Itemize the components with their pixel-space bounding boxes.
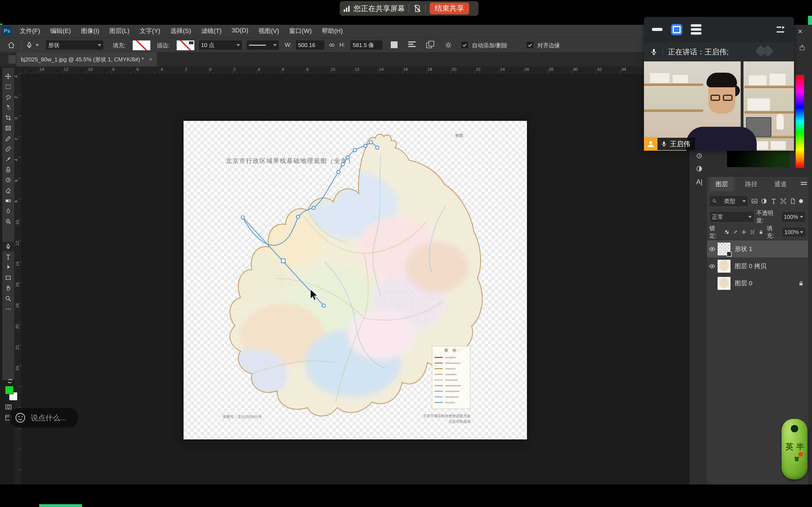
path-arrangement-button[interactable] (426, 41, 434, 48)
height-input[interactable]: 581.5 像 (350, 40, 383, 50)
blend-mode-dropdown[interactable]: 正常 (709, 211, 754, 223)
blur-tool[interactable] (2, 206, 14, 216)
layer-thumbnail[interactable] (717, 242, 731, 256)
gradient-tool[interactable] (2, 196, 14, 206)
crop-tool[interactable] (2, 113, 14, 122)
link-dimensions-icon[interactable] (328, 41, 336, 49)
menu-item-8[interactable]: 视图(V) (259, 27, 279, 35)
video-view-button[interactable] (671, 24, 682, 35)
foreground-color-swatch[interactable] (5, 386, 13, 394)
home-icon[interactable] (7, 41, 15, 49)
close-icon[interactable]: × (149, 56, 153, 63)
artboard[interactable]: 北京市行政区域界线基础地理底图（全市） 附图 图 例 审图号：京S(2025)0… (184, 121, 527, 439)
menu-item-2[interactable]: 图像(I) (81, 27, 99, 35)
menu-item-6[interactable]: 滤镜(T) (201, 27, 221, 35)
gear-icon[interactable] (444, 41, 452, 49)
width-input[interactable]: 500.16 (296, 40, 325, 50)
collapse-panel-icon[interactable] (775, 24, 786, 35)
layer-filter-dropdown[interactable]: 类型 (709, 195, 748, 207)
emoji-icon[interactable] (14, 412, 26, 424)
ps-close-button[interactable]: × (798, 27, 802, 36)
pen-tool[interactable] (2, 242, 14, 251)
hand-tool[interactable] (2, 283, 14, 293)
filter-toggle-icon[interactable] (799, 199, 803, 203)
eye-icon[interactable] (709, 245, 716, 252)
panel-menu-icon[interactable] (801, 182, 807, 186)
eye-icon[interactable] (709, 263, 716, 270)
pen-tool-icon[interactable] (26, 41, 33, 49)
adjustments-panel-icon[interactable] (696, 165, 703, 172)
annotation-off-icon[interactable] (413, 4, 421, 13)
chat-input[interactable]: 说点什么... (9, 408, 79, 428)
end-share-button[interactable]: 结束共享 (430, 3, 469, 14)
photoshop-logo[interactable]: Ps (2, 26, 12, 36)
brush-tool[interactable] (2, 154, 14, 164)
more-tools[interactable] (2, 304, 14, 314)
hue-slider[interactable] (796, 75, 804, 168)
filter-type-icon[interactable] (770, 198, 777, 205)
swap-colors-icon[interactable] (7, 378, 14, 385)
filter-smartobject-icon[interactable] (790, 198, 796, 205)
translator-widget[interactable]: 英 半 (781, 419, 808, 480)
path-operations-button[interactable] (391, 41, 398, 48)
layer-row[interactable]: 图层 0 (707, 275, 808, 292)
clone-stamp-tool[interactable] (2, 165, 14, 174)
history-panel-icon[interactable] (696, 152, 703, 159)
path-alignment-button[interactable] (408, 41, 416, 48)
filter-adjustment-icon[interactable] (761, 198, 767, 205)
stroke-style-dropdown[interactable] (246, 40, 279, 50)
lock-artboard-icon[interactable] (750, 229, 755, 235)
share-export-icon[interactable] (799, 44, 806, 51)
align-edges-checkbox[interactable] (526, 41, 534, 49)
marquee-tool[interactable] (2, 82, 14, 92)
fill-swatch[interactable] (133, 40, 151, 50)
panel-tab-图层[interactable]: 图层 (710, 177, 733, 191)
layer-thumbnail[interactable] (717, 260, 731, 273)
dodge-tool[interactable] (2, 217, 14, 226)
minimize-button[interactable] (652, 28, 663, 31)
lock-transparency-icon[interactable] (724, 229, 729, 235)
menu-item-5[interactable]: 选择(S) (170, 27, 191, 35)
move-tool[interactable] (2, 71, 14, 81)
zoom-tool[interactable] (2, 294, 14, 303)
opacity-value[interactable]: 100% (781, 211, 806, 223)
eraser-tool[interactable] (2, 186, 14, 195)
stroke-width-dropdown[interactable]: 10 点 (199, 40, 243, 50)
stroke-swatch[interactable] (176, 40, 195, 50)
layer-row[interactable]: 形状 1 (707, 240, 808, 258)
lock-pixels-icon[interactable] (733, 229, 738, 235)
menu-item-4[interactable]: 文字(Y) (140, 27, 160, 35)
menu-item-0[interactable]: 文件(F) (20, 27, 40, 35)
chevron-down-icon[interactable] (36, 44, 39, 46)
document-tab[interactable]: bj2025_80w_1.jpg @ 45.5% (形状 1, CMYK/8#)… (16, 52, 157, 66)
fill-value[interactable]: 100% (782, 227, 806, 237)
auto-add-delete-checkbox[interactable] (461, 41, 469, 49)
menu-item-10[interactable]: 帮助(H) (322, 27, 343, 35)
healing-tool[interactable] (2, 144, 14, 154)
menu-item-7[interactable]: 3D(D) (232, 27, 248, 35)
filter-shape-icon[interactable] (780, 198, 786, 205)
quick-select-tool[interactable] (2, 103, 14, 112)
type-tool[interactable] (2, 252, 14, 262)
panel-tab-通道[interactable]: 通道 (769, 177, 792, 191)
path-select-tool[interactable] (2, 263, 14, 272)
lock-all-icon[interactable] (758, 229, 763, 235)
eyedropper-tool[interactable] (2, 134, 14, 144)
lock-position-icon[interactable] (741, 229, 746, 235)
list-view-button[interactable] (691, 24, 702, 35)
filter-image-icon[interactable] (751, 198, 758, 205)
lasso-tool[interactable] (2, 93, 14, 102)
menu-item-3[interactable]: 图层(L) (109, 27, 130, 35)
tool-mode-dropdown[interactable]: 形状 (46, 40, 104, 50)
slice-tool[interactable] (2, 123, 14, 133)
quick-mask-icon[interactable] (5, 403, 12, 411)
history-brush-tool[interactable] (2, 175, 14, 185)
layer-thumbnail[interactable] (717, 277, 731, 290)
eye-icon-hidden[interactable] (709, 280, 716, 287)
menu-item-1[interactable]: 编辑(E) (50, 27, 71, 35)
shape-tool[interactable] (2, 273, 14, 283)
character-panel-icon[interactable]: A| (696, 178, 702, 186)
layer-row[interactable]: 图层 0 拷贝 (707, 258, 808, 275)
panel-tab-路径[interactable]: 路径 (739, 177, 763, 191)
menu-item-9[interactable]: 窗口(W) (289, 27, 312, 35)
